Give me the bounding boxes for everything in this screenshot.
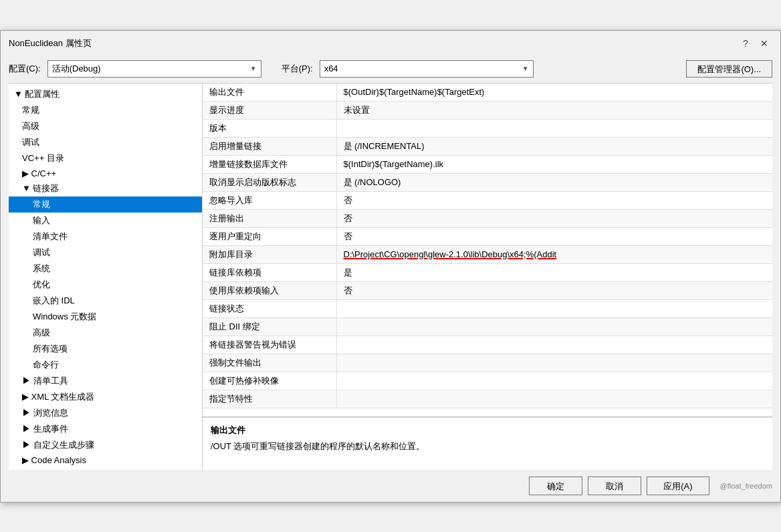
sidebar-item-xml-gen[interactable]: ▶ XML 文档生成器 (9, 389, 202, 405)
property-value: 未设置 (336, 101, 772, 119)
property-value: 否 (336, 227, 772, 245)
table-row[interactable]: 附加库目录D:\Project\CG\opengl\glew-2.1.0\lib… (203, 245, 772, 263)
property-panel: 输出文件$(OutDir)$(TargetName)$(TargetExt)显示… (203, 84, 772, 470)
sidebar-item-manifest-tool[interactable]: ▶ 清单工具 (9, 373, 202, 389)
table-row[interactable]: 逐用户重定向否 (203, 227, 772, 245)
property-value: 否 (336, 209, 772, 227)
apply-button[interactable]: 应用(A) (647, 477, 709, 495)
table-row[interactable]: 强制文件输出 (203, 354, 772, 372)
platform-arrow-icon: ▼ (522, 65, 529, 72)
table-row[interactable]: 链接状态 (203, 299, 772, 317)
sidebar-item-linker-idl[interactable]: 嵌入的 IDL (9, 293, 202, 309)
sidebar-item-linker-windows[interactable]: Windows 元数据 (9, 309, 202, 325)
property-name: 链接库依赖项 (203, 263, 336, 281)
config-manager-button[interactable]: 配置管理器(O)... (686, 60, 772, 78)
config-value: 活动(Debug) (52, 63, 101, 75)
properties-grid: 输出文件$(OutDir)$(TargetName)$(TargetExt)显示… (203, 84, 772, 408)
sidebar-item-code-analysis[interactable]: ▶ Code Analysis (9, 453, 202, 467)
sidebar-item-linker-system[interactable]: 系统 (9, 261, 202, 277)
sidebar-item-advanced[interactable]: 高级 (9, 118, 202, 134)
sidebar-item-browse[interactable]: ▶ 浏览信息 (9, 405, 202, 421)
title-bar: NonEuclidean 属性页 ? ✕ (1, 31, 780, 55)
property-name: 版本 (203, 119, 336, 137)
property-name: 增量链接数据库文件 (203, 155, 336, 173)
table-row[interactable]: 输出文件$(OutDir)$(TargetName)$(TargetExt) (203, 84, 772, 102)
property-value: 否 (336, 281, 772, 299)
sidebar-item-config-props[interactable]: ▼ 配置属性 (9, 86, 202, 102)
sidebar-item-custom-steps[interactable]: ▶ 自定义生成步骤 (9, 437, 202, 453)
table-row[interactable]: 取消显示启动版权标志是 (/NOLOGO) (203, 173, 772, 191)
description-text: /OUT 选项可重写链接器创建的程序的默认名称和位置。 (211, 440, 764, 452)
table-row[interactable]: 注册输出否 (203, 209, 772, 227)
watermark: @float_freedom (720, 482, 772, 490)
sidebar-item-general[interactable]: 常规 (9, 102, 202, 118)
property-name: 逐用户重定向 (203, 227, 336, 245)
property-name: 输出文件 (203, 84, 336, 102)
table-row[interactable]: 将链接器警告视为错误 (203, 336, 772, 354)
sidebar-item-linker-all[interactable]: 所有选项 (9, 341, 202, 357)
property-value (336, 336, 772, 354)
property-table: 输出文件$(OutDir)$(TargetName)$(TargetExt)显示… (203, 84, 772, 416)
help-button[interactable]: ? (738, 36, 754, 51)
ok-button[interactable]: 确定 (529, 477, 582, 495)
property-value (336, 299, 772, 317)
close-button[interactable]: ✕ (756, 36, 772, 51)
table-row[interactable]: 链接库依赖项是 (203, 263, 772, 281)
sidebar-item-linker-optimize[interactable]: 优化 (9, 277, 202, 293)
table-row[interactable]: 创建可热修补映像 (203, 372, 772, 390)
dialog-title: NonEuclidean 属性页 (9, 37, 92, 49)
property-value: 否 (336, 191, 772, 209)
sidebar-item-linker-advanced[interactable]: 高级 (9, 325, 202, 341)
main-content: ▼ 配置属性常规高级调试VC++ 目录▶ C/C++▼ 链接器常规输入清单文件调… (9, 83, 772, 470)
table-row[interactable]: 忽略导入库否 (203, 191, 772, 209)
sidebar-item-linker-debug[interactable]: 调试 (9, 245, 202, 261)
sidebar-item-linker-input[interactable]: 输入 (9, 213, 202, 229)
platform-label: 平台(P): (282, 63, 313, 75)
property-name: 阻止 DII 绑定 (203, 317, 336, 336)
property-value: 是 (/INCREMENTAL) (336, 137, 772, 155)
table-row[interactable]: 增量链接数据库文件$(IntDir)$(TargetName).ilk (203, 155, 772, 173)
config-label: 配置(C): (9, 63, 41, 75)
sidebar-item-linker-cmd[interactable]: 命令行 (9, 357, 202, 373)
table-row[interactable]: 版本 (203, 119, 772, 137)
property-value: $(OutDir)$(TargetName)$(TargetExt) (336, 84, 772, 102)
property-name: 启用增量链接 (203, 137, 336, 155)
property-name: 强制文件输出 (203, 354, 336, 372)
table-row[interactable]: 启用增量链接是 (/INCREMENTAL) (203, 137, 772, 155)
property-name: 链接状态 (203, 299, 336, 317)
properties-dialog: NonEuclidean 属性页 ? ✕ 配置(C): 活动(Debug) ▼ … (0, 30, 781, 503)
sidebar-item-build-events[interactable]: ▶ 生成事件 (9, 421, 202, 437)
platform-dropdown[interactable]: x64 ▼ (320, 60, 534, 78)
property-value (336, 372, 772, 390)
config-dropdown[interactable]: 活动(Debug) ▼ (47, 60, 261, 78)
property-value (336, 317, 772, 336)
table-row[interactable]: 显示进度未设置 (203, 101, 772, 119)
table-row[interactable]: 使用库依赖项输入否 (203, 281, 772, 299)
sidebar-item-debug[interactable]: 调试 (9, 134, 202, 150)
property-value: 是 (336, 263, 772, 281)
sidebar-item-vcpp-dirs[interactable]: VC++ 目录 (9, 150, 202, 166)
title-controls: ? ✕ (738, 36, 772, 51)
property-value (336, 119, 772, 137)
button-bar: 确定 取消 应用(A) @float_freedom (1, 470, 780, 502)
property-name: 显示进度 (203, 101, 336, 119)
sidebar-item-cpp[interactable]: ▶ C/C++ (9, 166, 202, 180)
config-bar: 配置(C): 活动(Debug) ▼ 平台(P): x64 ▼ 配置管理器(O)… (1, 55, 780, 83)
sidebar-item-linker[interactable]: ▼ 链接器 (9, 180, 202, 196)
property-value: 是 (/NOLOGO) (336, 173, 772, 191)
sidebar-item-linker-general[interactable]: 常规 (9, 196, 202, 213)
property-name: 注册输出 (203, 209, 336, 227)
description-title: 输出文件 (211, 424, 764, 436)
property-name: 忽略导入库 (203, 191, 336, 209)
cancel-button[interactable]: 取消 (588, 477, 641, 495)
property-value: $(IntDir)$(TargetName).ilk (336, 155, 772, 173)
property-value (336, 354, 772, 372)
table-row[interactable]: 阻止 DII 绑定 (203, 317, 772, 336)
description-panel: 输出文件 /OUT 选项可重写链接器创建的程序的默认名称和位置。 (203, 416, 772, 470)
sidebar-item-linker-manifest[interactable]: 清单文件 (9, 229, 202, 245)
sidebar: ▼ 配置属性常规高级调试VC++ 目录▶ C/C++▼ 链接器常规输入清单文件调… (9, 84, 203, 470)
platform-value: x64 (324, 63, 338, 74)
property-name: 附加库目录 (203, 245, 336, 263)
table-row[interactable]: 指定节特性 (203, 390, 772, 408)
property-name: 取消显示启动版权标志 (203, 173, 336, 191)
